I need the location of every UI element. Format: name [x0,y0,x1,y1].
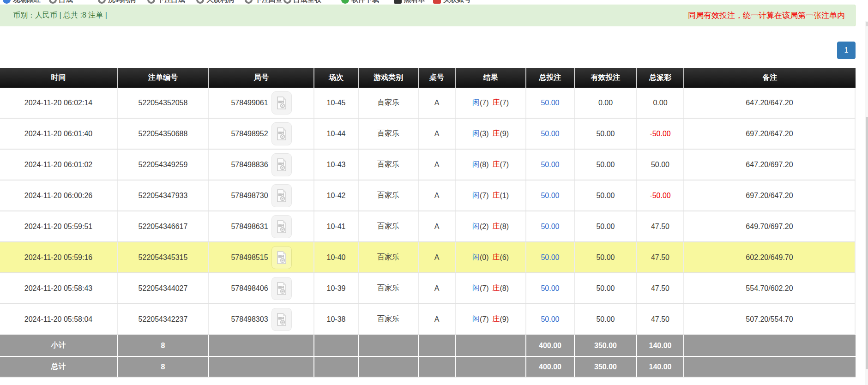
video-replay-button[interactable] [271,91,292,114]
subtotal-row: 小计 8 400.00 350.00 140.00 [0,335,856,356]
cell-total-bet-link[interactable]: 50.00 [525,88,574,118]
table-row: 2024-11-20 05:59:51 522054346617 5784986… [0,211,856,242]
col-header-bet-id: 注单编号 [117,68,208,88]
table-row: 2024-11-20 05:58:04 522054342237 5784983… [0,304,856,335]
blue-circle-icon [3,0,11,4]
cell-session: 10-43 [313,150,358,180]
cell-valid-bet: 50.00 [574,242,636,272]
cell-remark: 507.20/554.70 [683,304,855,334]
cell-total-bet-link[interactable]: 50.00 [525,150,574,180]
video-replay-icon [276,96,287,109]
cell-valid-bet: 50.00 [574,180,636,211]
cell-result: 闲(8)庄(7) [455,150,525,180]
col-header-remark: 备注 [683,68,856,88]
cell-total-bet-link[interactable]: 50.00 [525,119,574,149]
gray-circle-icon [245,0,253,4]
scrollbar-thumb[interactable] [866,117,868,369]
cell-session: 10-44 [313,119,358,149]
cell-game-type: 百家乐 [358,88,418,118]
subtotal-count: 8 [117,335,208,356]
gray-circle-icon [147,0,155,4]
video-replay-button[interactable] [271,246,292,269]
cell-payout: -50.00 [636,119,683,149]
toolbar-item-share[interactable]: 占成 [49,0,73,5]
grand-total-row: 总计 8 400.00 350.00 140.00 [0,356,856,377]
cell-remark: 554.70/602.20 [683,273,855,303]
toolbar-item-blacklist[interactable]: 黑名单 [394,0,425,5]
cell-result: 闲(7)庄(9) [455,304,525,334]
cell-remark: 647.20/647.20 [683,88,855,118]
table-row: 2024-11-20 06:01:40 522054350688 5784989… [0,119,856,150]
valid-bet-notice: 同局有效投注，统一计算在该局第一张注单内 [688,10,845,21]
toolbar-item-rolling[interactable]: 洗码利润 [98,0,136,5]
cell-bet-id: 522054352058 [117,88,208,118]
cell-time: 2024-11-20 05:58:04 [0,304,117,334]
toolbar-item-collect[interactable]: 占成全收 [283,0,321,5]
cell-result: 闲(7)庄(7) [455,88,525,118]
col-header-result: 结果 [455,68,525,88]
cell-table-no: A [418,211,455,241]
currency-summary-text: 币别：人民币 | 总共 :8 注单 | [13,11,107,20]
cell-remark: 602.20/649.70 [683,242,855,272]
cell-session: 10-41 [313,211,358,241]
scrollbar-top-tick [866,22,868,26]
table-row: 2024-11-20 05:58:43 522054344027 5784984… [0,273,856,304]
cell-table-no: A [418,180,455,211]
top-toolbar: 现场限红 占成 洗码利润 下注占成 大股利润 下注回查 占成全收 软件下载 黑名… [0,0,868,5]
cell-table-no: A [418,119,455,149]
video-replay-button[interactable] [271,215,292,238]
cell-time: 2024-11-20 06:01:02 [0,150,117,180]
cell-bet-id: 522054350688 [117,119,208,149]
cell-round-id: 578498836 [208,150,313,180]
cell-remark: 647.20/697.20 [683,150,855,180]
cell-result: 闲(7)庄(1) [455,180,525,211]
toolbar-item-profit[interactable]: 大股利润 [196,0,234,5]
summary-bar: 币别：人民币 | 总共 :8 注单 | 同局有效投注，统一计算在该局第一张注单内 [0,5,856,26]
toolbar-item-limits[interactable]: 现场限红 [3,0,41,5]
cell-bet-id: 522054342237 [117,304,208,334]
cell-game-type: 百家乐 [358,304,418,334]
cell-total-bet-link[interactable]: 50.00 [525,304,574,334]
toolbar-item-betshare[interactable]: 下注占成 [147,0,185,5]
cell-valid-bet: 0.00 [574,88,636,118]
cell-result: 闲(7)庄(8) [455,273,525,303]
toolbar-item-linked[interactable]: 关联账号 [433,0,471,5]
cell-payout: -50.00 [636,180,683,211]
cell-session: 10-45 [313,88,358,118]
toolbar-item-review[interactable]: 下注回查 [245,0,283,5]
video-replay-button[interactable] [271,153,292,176]
cell-game-type: 百家乐 [358,180,418,211]
red-square-icon [433,0,441,4]
cell-valid-bet: 50.00 [574,150,636,180]
video-replay-icon [276,313,287,326]
gray-circle-icon [49,0,57,4]
cell-time: 2024-11-20 05:59:51 [0,211,117,241]
cell-bet-id: 522054346617 [117,211,208,241]
table-row: 2024-11-20 06:02:14 522054352058 5784990… [0,88,856,119]
cell-session: 10-42 [313,180,358,211]
cell-time: 2024-11-20 05:59:16 [0,242,117,272]
video-replay-icon [276,158,287,171]
video-replay-icon [276,189,287,202]
video-replay-icon [276,220,287,233]
toolbar-item-download[interactable]: 软件下载 [341,0,379,5]
subtotal-payout: 140.00 [636,335,683,356]
video-replay-button[interactable] [271,308,292,331]
cell-total-bet-link[interactable]: 50.00 [525,211,574,241]
cell-result: 闲(0)庄(6) [455,242,525,272]
gray-circle-icon [98,0,106,4]
gray-circle-icon [196,0,204,4]
video-replay-button[interactable] [271,122,292,145]
video-replay-button[interactable] [271,277,292,300]
cell-total-bet-link[interactable]: 50.00 [525,273,574,303]
green-circle-icon [341,0,349,4]
vertical-scrollbar[interactable] [865,21,868,385]
cell-total-bet-link[interactable]: 50.00 [525,242,574,272]
video-replay-button[interactable] [271,184,292,207]
cell-total-bet-link[interactable]: 50.00 [525,180,574,211]
cell-bet-id: 522054347933 [117,180,208,211]
cell-payout: 0.00 [636,88,683,118]
cell-time: 2024-11-20 06:01:40 [0,119,117,149]
page-1-button[interactable]: 1 [837,42,856,59]
col-header-game-type: 游戏类别 [358,68,418,88]
